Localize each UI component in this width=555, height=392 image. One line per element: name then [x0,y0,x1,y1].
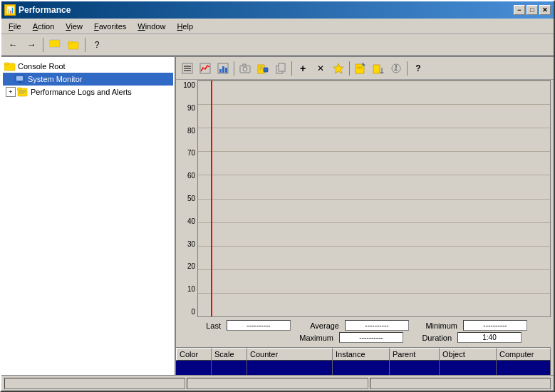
col-parent[interactable]: Parent [390,348,440,361]
view-report-btn[interactable] [179,60,196,77]
grid-100 [198,81,550,81]
snapshot-btn[interactable] [237,60,254,77]
menu-view[interactable]: View [60,21,88,32]
minimize-button[interactable]: − [514,5,525,15]
y-label-30: 30 [176,240,197,248]
status-pane-3 [370,378,551,389]
grid-20 [198,269,550,270]
menu-action[interactable]: Action [27,21,61,32]
col-computer[interactable]: Computer [497,348,551,361]
system-monitor-label: System Monitor [28,75,82,83]
menu-bar: File Action View Favorites Window Help [1,19,554,34]
console-root-icon [4,61,16,72]
main-content: Console Root System Monitor + Performanc… [1,56,554,375]
help-btn[interactable]: ? [410,60,427,77]
col-scale[interactable]: Scale [212,348,247,361]
svg-rect-21 [219,69,222,73]
y-label-70: 70 [176,149,197,157]
y-label-80: 80 [176,127,197,135]
view-histogram-btn[interactable] [214,60,232,77]
svg-rect-26 [243,64,246,66]
svg-rect-1 [50,41,54,47]
expand-icon-perf-logs[interactable]: + [6,87,16,97]
menu-help[interactable]: Help [171,21,199,32]
tree-item-system-monitor[interactable]: System Monitor [3,73,173,86]
copy-btn[interactable] [272,60,289,77]
row-color [176,361,212,375]
back-button[interactable]: ← [4,37,21,53]
svg-rect-33 [279,63,285,71]
grid-0 [198,316,550,317]
main-toolbar: ← → ? [1,34,554,56]
menu-file[interactable]: File [3,21,27,32]
y-label-10: 10 [176,285,197,293]
tree-item-console-root[interactable]: Console Root [3,60,173,73]
rt-sep-2 [291,61,292,76]
view-chart-btn[interactable] [197,60,214,77]
chart-container: 100 90 80 70 60 50 40 30 20 10 0 [176,80,551,317]
right-toolbar: + ✕ ? [176,57,554,80]
delete-counter-btn[interactable]: ✕ [312,60,329,77]
status-pane-2 [187,378,368,389]
add-counter-btn[interactable]: + [294,60,311,77]
last-label: Last [182,321,221,330]
row-object [440,361,497,375]
main-window: 📊 Performance − □ ✕ File Action View Fav… [0,0,555,392]
last-value: ---------- [227,320,291,331]
svg-rect-23 [225,68,227,73]
freeze-btn[interactable] [388,60,405,77]
menu-favorites[interactable]: Favorites [88,21,132,32]
menu-window[interactable]: Window [132,21,171,32]
y-label-0: 0 [176,308,197,316]
y-label-50: 50 [176,195,197,202]
y-label-40: 40 [176,217,197,225]
y-label-60: 60 [176,172,197,180]
rt-sep-1 [234,61,234,76]
svg-rect-14 [17,88,21,90]
right-panel: + ✕ ? [176,56,554,375]
row-computer [497,361,551,375]
new-counter-log-btn[interactable] [352,60,369,77]
maximum-label: Maximum [291,334,333,342]
row-instance [333,361,390,375]
col-color[interactable]: Color [176,348,212,361]
perf-logs-icon [17,86,28,98]
row-parent [390,361,440,375]
stats-area: Last ---------- Average ---------- Minim… [176,317,551,347]
y-label-90: 90 [176,104,197,112]
col-object[interactable]: Object [440,348,497,361]
forward-button[interactable]: → [23,37,40,53]
svg-rect-7 [16,76,23,81]
counter-header: Color Scale Counter Instance Parent Obje… [176,347,551,361]
export-btn[interactable] [370,60,387,77]
tree-item-perf-logs[interactable]: + Performance Logs and Alerts [3,86,173,98]
app-icon: 📊 [4,4,16,16]
status-bar [1,375,554,391]
perf-logs-label: Performance Logs and Alerts [31,88,132,96]
svg-rect-3 [68,41,73,43]
maximum-value: ---------- [339,332,403,343]
highlight-btn[interactable] [330,60,347,77]
counter-data-row[interactable] [176,361,551,375]
y-axis: 100 90 80 70 60 50 40 30 20 10 0 [176,80,197,317]
help-button[interactable]: ? [88,37,105,53]
rt-sep-3 [349,61,350,76]
system-monitor-icon [14,73,26,85]
folder-button[interactable] [65,37,82,53]
title-bar: 📊 Performance − □ ✕ [1,1,554,19]
close-button[interactable]: ✕ [539,5,551,15]
up-button[interactable] [46,37,63,53]
tree-panel: Console Root System Monitor + Performanc… [1,56,176,375]
counter-table: Color Scale Counter Instance Parent Obje… [176,347,551,375]
svg-rect-22 [222,66,224,73]
col-counter[interactable]: Counter [247,348,333,361]
duration-label: Duration [409,334,452,342]
maximize-button[interactable]: □ [527,5,538,15]
svg-rect-40 [373,65,380,73]
properties-btn[interactable] [254,60,271,77]
y-label-20: 20 [176,262,197,270]
grid-40 [198,222,550,223]
svg-marker-38 [363,63,365,66]
y-label-100: 100 [176,81,197,89]
col-instance[interactable]: Instance [333,348,390,361]
